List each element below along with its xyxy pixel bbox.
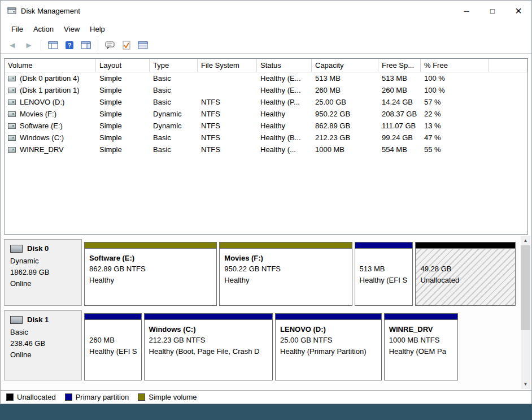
legend-simple-volume: Simple volume xyxy=(138,393,197,401)
cell-type: Basic xyxy=(150,84,198,96)
cell-status: Healthy (... xyxy=(257,144,312,155)
menu-action[interactable]: Action xyxy=(28,23,59,36)
cell-file-system xyxy=(198,84,257,96)
volume-row[interactable]: Software (E:) Simple Dynamic NTFS Health… xyxy=(5,120,527,132)
partition-status: Healthy (Boot, Page File, Crash D xyxy=(149,346,268,357)
disk-name: Disk 1 xyxy=(27,315,49,324)
cell-free-space: 554 MB xyxy=(378,144,421,155)
cell-type: Dynamic xyxy=(150,108,198,120)
toolbar: ◄ ► ? xyxy=(1,37,531,54)
close-button[interactable]: × xyxy=(505,1,531,21)
partition-efi-disk1[interactable]: 260 MB Healthy (EFI S xyxy=(84,313,142,380)
disk1-info[interactable]: Disk 1 Basic 238.46 GB Online xyxy=(4,310,82,380)
partition-title xyxy=(360,253,408,263)
volume-name: WINRE_DRV xyxy=(20,145,64,154)
partition-winre-drv[interactable]: WINRE_DRV 1000 MB NTFS Healthy (OEM Pa xyxy=(384,313,458,380)
partition-title xyxy=(420,253,511,263)
disk-size: 238.46 GB xyxy=(10,339,77,348)
partition-lenovo-d[interactable]: LENOVO (D:) 25.00 GB NTFS Healthy (Prima… xyxy=(275,313,382,380)
details-icon[interactable] xyxy=(137,39,149,51)
partition-unallocated[interactable]: 49.28 GB Unallocated xyxy=(415,242,516,306)
volume-row[interactable]: Movies (F:) Simple Dynamic NTFS Healthy … xyxy=(5,108,527,120)
partition-size: 260 MB xyxy=(89,335,137,346)
volume-row[interactable]: Windows (C:) Simple Basic NTFS Healthy (… xyxy=(5,132,527,144)
help-icon[interactable]: ? xyxy=(63,39,76,51)
volume-name: Software (E:) xyxy=(20,122,63,130)
column-header-layout[interactable]: Layout xyxy=(96,59,150,72)
svg-text:?: ? xyxy=(68,42,72,49)
volume-row[interactable]: LENOVO (D:) Simple Basic NTFS Healthy (P… xyxy=(5,96,527,108)
cell-volume: Windows (C:) xyxy=(5,132,96,144)
desktop-background xyxy=(0,404,532,420)
column-header-pct-free[interactable]: % Free xyxy=(421,59,489,72)
scrollbar-thumb[interactable] xyxy=(521,245,530,330)
volume-icon xyxy=(8,111,16,117)
cell-free-space: 111.07 GB xyxy=(378,120,421,132)
disk0-info[interactable]: Disk 0 Dynamic 1862.89 GB Online xyxy=(4,239,82,306)
scroll-down-icon[interactable]: ▼ xyxy=(521,379,530,389)
cell-status: Healthy xyxy=(257,108,312,120)
cell-volume: Software (E:) xyxy=(5,120,96,132)
legend-bar: Unallocated Primary partition Simple vol… xyxy=(1,390,531,404)
partition-size: 513 MB xyxy=(360,263,408,275)
disk-row-0: Disk 0 Dynamic 1862.89 GB Online Softwar… xyxy=(4,239,516,306)
minimize-button[interactable]: ─ xyxy=(453,1,479,21)
forward-icon[interactable]: ► xyxy=(23,39,35,51)
disk-management-window: Disk Management ─ □ × File Action View H… xyxy=(0,0,532,404)
action-pane-icon[interactable] xyxy=(80,39,92,51)
volume-row[interactable]: WINRE_DRV Simple Basic NTFS Healthy (...… xyxy=(5,144,527,155)
partition-windows-c[interactable]: Windows (C:) 212.23 GB NTFS Healthy (Boo… xyxy=(144,313,273,380)
titlebar[interactable]: Disk Management ─ □ × xyxy=(1,1,531,21)
cell-free-space: 14.24 GB xyxy=(378,96,421,108)
partition-software-e[interactable]: Software (E:) 862.89 GB NTFS Healthy xyxy=(84,242,217,306)
legend-swatch-unallocated xyxy=(6,393,14,401)
cell-type: Basic xyxy=(150,96,198,108)
cell-pct-free: 100 % xyxy=(421,84,489,96)
back-icon[interactable]: ◄ xyxy=(6,39,19,51)
cell-free-space: 208.37 GB xyxy=(378,108,421,120)
column-header-type[interactable]: Type xyxy=(150,59,198,72)
cell-file-system: NTFS xyxy=(198,132,257,144)
console-tree-icon[interactable] xyxy=(47,39,59,51)
partition-title: Windows (C:) xyxy=(149,324,268,335)
tasks-icon[interactable] xyxy=(120,39,133,51)
menu-view[interactable]: View xyxy=(59,23,85,36)
column-header-free-space[interactable]: Free Sp... xyxy=(378,59,421,72)
maximize-button[interactable]: □ xyxy=(479,1,505,21)
partition-title: Software (E:) xyxy=(89,253,212,263)
volume-list-area: Volume Layout Type File System Status Ca… xyxy=(1,54,531,235)
partition-efi-disk0[interactable]: 513 MB Healthy (EFI S xyxy=(355,242,413,306)
console-window-icon[interactable] xyxy=(104,39,116,51)
cell-type: Dynamic xyxy=(150,120,198,132)
scroll-up-icon[interactable]: ▲ xyxy=(521,236,530,245)
menu-file[interactable]: File xyxy=(6,23,28,36)
disk-status: Online xyxy=(10,279,77,288)
partition-color-bar xyxy=(145,314,272,320)
partition-movies-f[interactable]: Movies (F:) 950.22 GB NTFS Healthy xyxy=(219,242,352,306)
volume-row[interactable]: (Disk 0 partition 4) Simple Basic Health… xyxy=(5,72,527,84)
legend-label: Unallocated xyxy=(17,393,56,401)
partition-size: 1000 MB NTFS xyxy=(389,335,453,346)
cell-layout: Simple xyxy=(96,108,150,120)
legend-label: Primary partition xyxy=(76,393,129,401)
column-header-file-system[interactable]: File System xyxy=(198,59,257,72)
vertical-scrollbar[interactable]: ▲ ▼ xyxy=(521,236,530,389)
column-header-status[interactable]: Status xyxy=(257,59,312,72)
column-header-volume[interactable]: Volume xyxy=(5,59,96,72)
cell-free-space: 99.24 GB xyxy=(378,132,421,144)
disk-icon xyxy=(10,316,23,324)
volume-list-header: Volume Layout Type File System Status Ca… xyxy=(5,59,527,72)
volume-list: Volume Layout Type File System Status Ca… xyxy=(4,58,528,235)
cell-type: Basic xyxy=(150,72,198,84)
window-title: Disk Management xyxy=(21,7,80,15)
column-header-capacity[interactable]: Capacity xyxy=(312,59,378,72)
volume-row[interactable]: (Disk 1 partition 1) Simple Basic Health… xyxy=(5,84,527,96)
cell-file-system: NTFS xyxy=(198,120,257,132)
menu-help[interactable]: Help xyxy=(85,23,110,36)
cell-volume: LENOVO (D:) xyxy=(5,96,96,108)
cell-status: Healthy (E... xyxy=(257,84,312,96)
cell-pct-free: 100 % xyxy=(421,72,489,84)
window-controls: ─ □ × xyxy=(453,1,531,21)
app-icon xyxy=(7,6,16,15)
partition-title xyxy=(89,324,137,335)
